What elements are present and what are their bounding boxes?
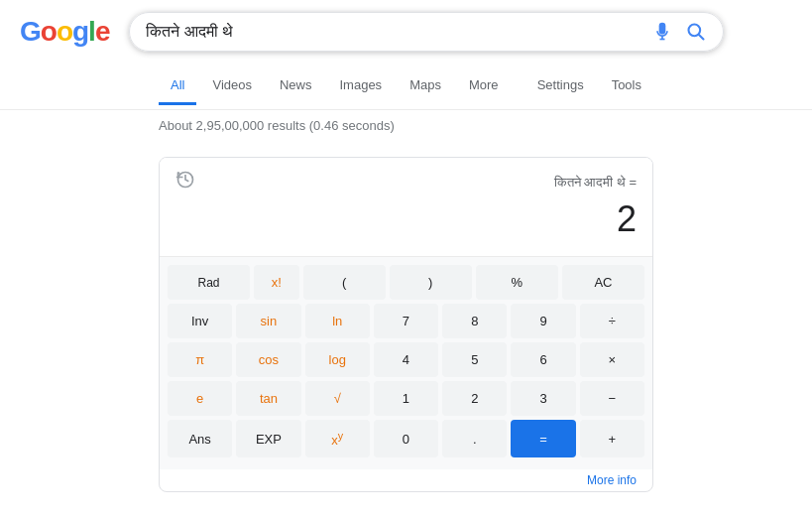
calculator-card: कितने आदमी थे = 2 Rad x! ( ) % AC Inv si… bbox=[159, 157, 653, 492]
google-logo: Google bbox=[20, 16, 109, 48]
btn-5[interactable]: 5 bbox=[442, 342, 507, 377]
btn-sin[interactable]: sin bbox=[236, 304, 300, 338]
tab-maps[interactable]: Maps bbox=[398, 67, 453, 105]
btn-close-paren[interactable]: ) bbox=[390, 265, 472, 300]
calc-row-5: Ans EXP xy 0 . = + bbox=[168, 420, 644, 457]
btn-xfact[interactable]: x! bbox=[254, 265, 299, 300]
btn-power[interactable]: xy bbox=[305, 420, 370, 457]
calc-display: कितने आदमी थे = 2 bbox=[160, 158, 652, 257]
btn-ac[interactable]: AC bbox=[562, 265, 644, 300]
btn-divide[interactable]: ÷ bbox=[580, 304, 644, 338]
calc-row-4: e tan √ 1 2 3 − bbox=[168, 381, 644, 416]
logo-letter-e: e bbox=[95, 16, 110, 47]
btn-cos[interactable]: cos bbox=[236, 342, 300, 377]
svg-line-3 bbox=[699, 35, 704, 40]
btn-2[interactable]: 2 bbox=[442, 381, 507, 416]
calc-row-1: Rad x! ( ) % AC bbox=[168, 265, 644, 300]
btn-exp[interactable]: EXP bbox=[236, 420, 300, 457]
calc-expression: कितने आदमी थे = bbox=[554, 175, 637, 191]
btn-8[interactable]: 8 bbox=[442, 304, 507, 338]
btn-equals[interactable]: = bbox=[511, 420, 575, 457]
btn-open-paren[interactable]: ( bbox=[303, 265, 386, 300]
calc-row-2: Inv sin ln 7 8 9 ÷ bbox=[168, 304, 644, 338]
tab-tools[interactable]: Tools bbox=[600, 67, 653, 105]
btn-subtract[interactable]: − bbox=[580, 381, 644, 416]
tab-news[interactable]: News bbox=[268, 67, 324, 105]
calc-display-top: कितने आदमी थे = bbox=[175, 170, 637, 195]
btn-pi[interactable]: π bbox=[168, 342, 232, 377]
btn-add[interactable]: + bbox=[580, 420, 644, 457]
history-icon[interactable] bbox=[175, 170, 195, 195]
btn-sqrt[interactable]: √ bbox=[305, 381, 370, 416]
logo-letter-g: G bbox=[20, 16, 41, 47]
search-bar[interactable] bbox=[129, 12, 724, 52]
logo-letter-l: l bbox=[88, 16, 95, 47]
more-info: More info bbox=[160, 469, 652, 491]
logo-letter-g2: g bbox=[72, 16, 88, 47]
header: Google bbox=[0, 0, 812, 64]
tab-images[interactable]: Images bbox=[327, 67, 394, 105]
btn-9[interactable]: 9 bbox=[511, 304, 575, 338]
btn-multiply[interactable]: × bbox=[580, 342, 644, 377]
btn-7[interactable]: 7 bbox=[374, 304, 438, 338]
calc-result: 2 bbox=[175, 195, 637, 244]
btn-rad[interactable]: Rad bbox=[168, 265, 250, 300]
btn-inv[interactable]: Inv bbox=[168, 304, 232, 338]
btn-3[interactable]: 3 bbox=[511, 381, 575, 416]
search-icon[interactable] bbox=[685, 21, 707, 43]
nav-right: Settings Tools bbox=[525, 67, 653, 105]
mic-icon[interactable] bbox=[651, 21, 673, 43]
btn-ans[interactable]: Ans bbox=[168, 420, 232, 457]
btn-dot[interactable]: . bbox=[442, 420, 507, 457]
tab-more[interactable]: More bbox=[457, 67, 511, 105]
btn-ln[interactable]: ln bbox=[305, 304, 370, 338]
tab-all[interactable]: All bbox=[159, 67, 196, 105]
calc-row-3: π cos log 4 5 6 × bbox=[168, 342, 644, 377]
btn-4[interactable]: 4 bbox=[374, 342, 438, 377]
tab-videos[interactable]: Videos bbox=[200, 67, 264, 105]
nav-bar: All Videos News Images Maps More Setting… bbox=[0, 64, 812, 110]
tab-settings[interactable]: Settings bbox=[525, 67, 596, 105]
logo-letter-o2: o bbox=[57, 16, 72, 47]
btn-tan[interactable]: tan bbox=[236, 381, 300, 416]
btn-e[interactable]: e bbox=[168, 381, 232, 416]
logo-letter-o1: o bbox=[41, 16, 57, 47]
btn-6[interactable]: 6 bbox=[511, 342, 575, 377]
btn-percent[interactable]: % bbox=[476, 265, 558, 300]
btn-0[interactable]: 0 bbox=[374, 420, 438, 457]
btn-1[interactable]: 1 bbox=[374, 381, 438, 416]
search-input[interactable] bbox=[146, 23, 651, 41]
btn-log[interactable]: log bbox=[305, 342, 370, 377]
calc-buttons: Rad x! ( ) % AC Inv sin ln 7 8 9 ÷ π cos… bbox=[160, 257, 652, 469]
results-summary: About 2,95,00,000 results (0.46 seconds) bbox=[0, 110, 812, 141]
search-icons bbox=[651, 21, 707, 43]
more-info-link[interactable]: More info bbox=[587, 473, 637, 487]
